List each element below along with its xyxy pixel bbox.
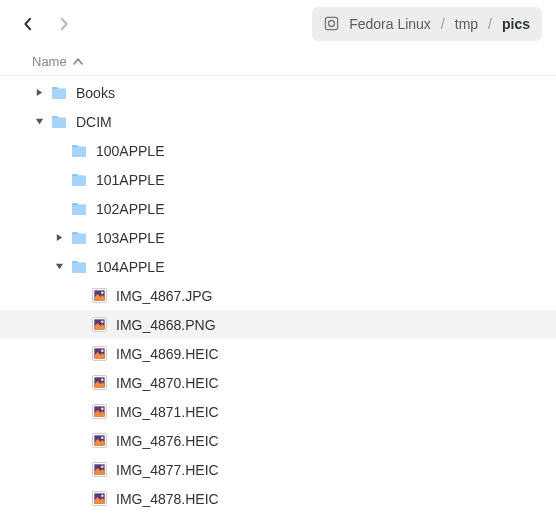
image-file-icon bbox=[90, 316, 108, 334]
disclosure-triangle[interactable] bbox=[52, 231, 66, 245]
row-label: 103APPLE bbox=[96, 230, 165, 246]
svg-point-10 bbox=[101, 349, 103, 351]
disclosure-triangle bbox=[72, 492, 86, 506]
disclosure-triangle bbox=[72, 434, 86, 448]
disclosure-triangle bbox=[52, 144, 66, 158]
disclosure-triangle[interactable] bbox=[32, 115, 46, 129]
folder-row[interactable]: 104APPLE bbox=[0, 252, 556, 281]
row-label: 102APPLE bbox=[96, 201, 165, 217]
row-label: IMG_4876.HEIC bbox=[116, 433, 219, 449]
image-file-icon bbox=[90, 345, 108, 363]
svg-point-1 bbox=[329, 21, 335, 27]
disclosure-triangle bbox=[72, 347, 86, 361]
folder-icon bbox=[50, 84, 68, 102]
disclosure-triangle[interactable] bbox=[32, 86, 46, 100]
file-tree: BooksDCIM100APPLE101APPLE102APPLE103APPL… bbox=[0, 76, 556, 515]
file-row[interactable]: IMG_4877.HEIC bbox=[0, 455, 556, 484]
row-label: Books bbox=[76, 85, 115, 101]
column-header-label: Name bbox=[32, 54, 67, 69]
row-label: IMG_4870.HEIC bbox=[116, 375, 219, 391]
file-row[interactable]: IMG_4868.PNG bbox=[0, 310, 556, 339]
image-file-icon bbox=[90, 490, 108, 508]
file-row[interactable]: IMG_4871.HEIC bbox=[0, 397, 556, 426]
disclosure-triangle bbox=[72, 376, 86, 390]
folder-icon bbox=[70, 142, 88, 160]
image-file-icon bbox=[90, 432, 108, 450]
folder-icon bbox=[70, 229, 88, 247]
file-row[interactable]: IMG_4870.HEIC bbox=[0, 368, 556, 397]
row-label: 101APPLE bbox=[96, 172, 165, 188]
row-label: IMG_4871.HEIC bbox=[116, 404, 219, 420]
file-row[interactable]: IMG_4869.HEIC bbox=[0, 339, 556, 368]
svg-rect-0 bbox=[326, 17, 338, 29]
folder-row[interactable]: DCIM bbox=[0, 107, 556, 136]
folder-icon bbox=[70, 171, 88, 189]
svg-point-19 bbox=[101, 436, 103, 438]
folder-icon bbox=[70, 258, 88, 276]
svg-point-25 bbox=[101, 494, 103, 496]
disclosure-triangle bbox=[72, 463, 86, 477]
folder-row[interactable]: 100APPLE bbox=[0, 136, 556, 165]
row-label: IMG_4877.HEIC bbox=[116, 462, 219, 478]
svg-point-7 bbox=[101, 320, 103, 322]
breadcrumb-separator: / bbox=[488, 16, 492, 32]
row-label: 104APPLE bbox=[96, 259, 165, 275]
folder-icon bbox=[50, 113, 68, 131]
row-label: 100APPLE bbox=[96, 143, 165, 159]
folder-row[interactable]: 102APPLE bbox=[0, 194, 556, 223]
image-file-icon bbox=[90, 287, 108, 305]
column-header-name[interactable]: Name bbox=[0, 48, 556, 76]
row-label: IMG_4868.PNG bbox=[116, 317, 216, 333]
svg-point-16 bbox=[101, 407, 103, 409]
disclosure-triangle bbox=[52, 202, 66, 216]
image-file-icon bbox=[90, 403, 108, 421]
folder-row[interactable]: Books bbox=[0, 78, 556, 107]
disclosure-triangle bbox=[72, 405, 86, 419]
breadcrumb-mid[interactable]: tmp bbox=[455, 16, 478, 32]
toolbar: Fedora Linux / tmp / pics bbox=[0, 0, 556, 48]
disclosure-triangle bbox=[52, 173, 66, 187]
svg-point-22 bbox=[101, 465, 103, 467]
nav-back-button[interactable] bbox=[14, 10, 42, 38]
sort-ascending-icon bbox=[73, 57, 83, 67]
svg-point-4 bbox=[101, 291, 103, 293]
chevron-left-icon bbox=[21, 17, 35, 31]
file-row[interactable]: IMG_4867.JPG bbox=[0, 281, 556, 310]
disclosure-triangle[interactable] bbox=[52, 260, 66, 274]
breadcrumb: Fedora Linux / tmp / pics bbox=[312, 7, 542, 41]
nav-forward-button[interactable] bbox=[50, 10, 78, 38]
breadcrumb-current[interactable]: pics bbox=[502, 16, 530, 32]
svg-point-13 bbox=[101, 378, 103, 380]
image-file-icon bbox=[90, 461, 108, 479]
disk-icon bbox=[324, 16, 339, 31]
folder-icon bbox=[70, 200, 88, 218]
row-label: IMG_4867.JPG bbox=[116, 288, 213, 304]
row-label: IMG_4869.HEIC bbox=[116, 346, 219, 362]
disclosure-triangle bbox=[72, 289, 86, 303]
file-row[interactable]: IMG_4878.HEIC bbox=[0, 484, 556, 513]
row-label: IMG_4878.HEIC bbox=[116, 491, 219, 507]
breadcrumb-root[interactable]: Fedora Linux bbox=[349, 16, 431, 32]
row-label: DCIM bbox=[76, 114, 112, 130]
folder-row[interactable]: 103APPLE bbox=[0, 223, 556, 252]
disclosure-triangle bbox=[72, 318, 86, 332]
file-row[interactable]: IMG_4876.HEIC bbox=[0, 426, 556, 455]
folder-row[interactable]: 101APPLE bbox=[0, 165, 556, 194]
image-file-icon bbox=[90, 374, 108, 392]
chevron-right-icon bbox=[57, 17, 71, 31]
breadcrumb-separator: / bbox=[441, 16, 445, 32]
